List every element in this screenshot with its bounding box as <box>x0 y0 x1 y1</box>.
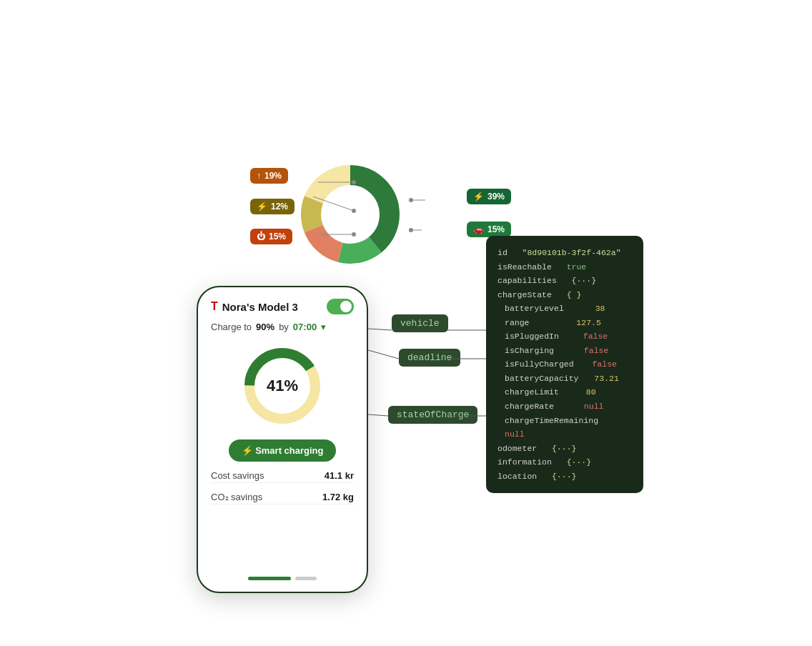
battery-pct-label: 41% <box>267 377 298 395</box>
badge-19pct: ↑ 19% <box>250 168 288 184</box>
charge-row: Charge to 90% by 07:00 ▾ <box>211 322 354 332</box>
vehicle-label: vehicle <box>392 314 448 332</box>
smart-charging-button[interactable]: ⚡ Smart charging <box>229 439 337 462</box>
json-panel: id "8d90101b-3f2f-462a" isReachable true… <box>486 236 643 493</box>
badge-12-icon: ⚡ <box>257 202 267 212</box>
chevron-down-icon: ▾ <box>321 322 326 332</box>
phone-mockup: T Nora's Model 3 Charge to 90% by 07:00 … <box>197 286 368 593</box>
badge-15b-icon: 🚗 <box>473 224 484 234</box>
active-tab-indicator <box>248 577 291 580</box>
badge-15a-pct: ⏻ 15% <box>250 229 292 244</box>
badge-15b-pct: 🚗 15% <box>467 222 511 237</box>
svg-line-20 <box>368 414 388 416</box>
donut-chart: ↑ 19% ⚡ 12% ⏻ 15% ⚡ 39% 🚗 15% <box>250 157 450 300</box>
donut-svg <box>293 157 407 272</box>
cost-savings-row: Cost savings 41.1 kr <box>211 469 354 483</box>
phone-header: T Nora's Model 3 <box>211 299 354 314</box>
toggle-switch[interactable] <box>327 299 354 314</box>
badge-12pct: ⚡ 12% <box>250 199 294 214</box>
badge-39pct: ⚡ 39% <box>467 189 511 204</box>
svg-line-18 <box>368 329 392 330</box>
co2-savings-row: CO₂ savings 1.72 kg <box>211 490 354 505</box>
svg-point-5 <box>323 187 377 242</box>
badge-39-icon: ⚡ <box>473 192 484 202</box>
id-key: id <box>497 248 508 257</box>
stateofcharge-label: stateOfCharge <box>388 406 477 424</box>
id-value: "8d90101b-3f2f-462a" <box>523 248 621 257</box>
svg-point-15 <box>409 228 413 232</box>
battery-donut: 41% <box>211 339 354 432</box>
phone-title: T Nora's Model 3 <box>211 300 298 313</box>
svg-line-19 <box>368 350 399 359</box>
tesla-icon: T <box>211 300 218 313</box>
phone-bottom-bar <box>211 577 354 580</box>
badge-15a-icon: ⏻ <box>257 232 265 242</box>
inactive-tab-indicator <box>295 577 317 580</box>
badge-19-icon: ↑ <box>257 171 261 181</box>
deadline-label: deadline <box>399 349 460 367</box>
svg-point-13 <box>409 198 413 202</box>
